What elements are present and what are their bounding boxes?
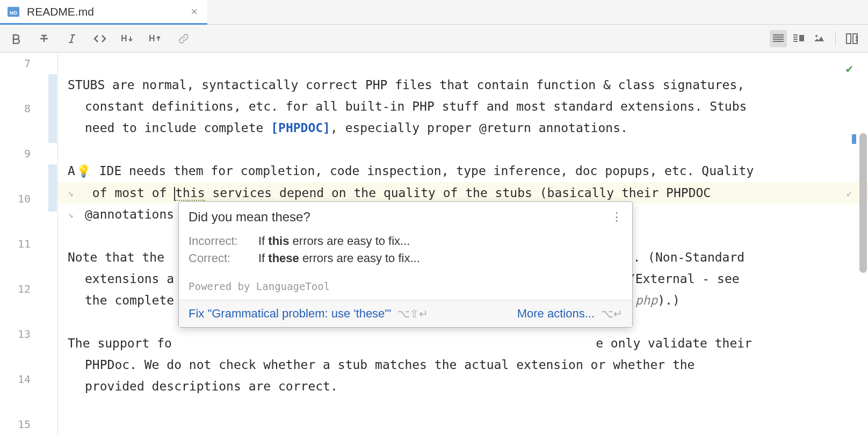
tab-bar: MD README.md ×	[0, 0, 868, 25]
code-line-wrap[interactable]: ↘ of most of this services depend on the…	[58, 182, 868, 204]
correct-example-row: Correct: If these errors are easy to fix…	[189, 251, 623, 265]
markdown-link[interactable]: [PHPDOC]	[271, 121, 330, 135]
popup-title: Did you mean these?	[189, 209, 611, 225]
code-line-wrap[interactable]: constant definitions, etc. for all built…	[58, 96, 868, 117]
link-button[interactable]	[175, 30, 192, 47]
soft-wrap-icon: ↘	[68, 204, 74, 225]
line-number: 9	[0, 143, 57, 164]
grammar-error-span[interactable]: this	[175, 186, 205, 201]
incorrect-example-row: Incorrect: If this errors are easy to fi…	[189, 234, 623, 248]
more-actions-link[interactable]: More actions...	[517, 307, 595, 321]
grammar-suggestion-popup: Did you mean these? ⋮ Incorrect: If this…	[178, 201, 633, 328]
gutter-change-mark	[48, 74, 57, 143]
code-line[interactable]	[58, 397, 868, 418]
shortcut-hint: ⌥↵	[601, 307, 623, 320]
heading-down-button[interactable]: H	[119, 30, 136, 47]
line-number: 13	[0, 323, 57, 345]
code-line[interactable]: A💡 IDE needs them for completion, code i…	[58, 160, 868, 182]
vertical-scrollbar[interactable]	[858, 53, 868, 434]
line-number: 14	[0, 345, 57, 414]
bold-button[interactable]	[8, 30, 25, 47]
svg-rect-4	[799, 35, 804, 41]
soft-wrap-icon: ↘	[68, 182, 74, 204]
soft-wrap-icon: ↙	[846, 182, 852, 204]
editor-view-button[interactable]	[770, 30, 787, 47]
svg-text:MD: MD	[10, 10, 18, 15]
markdown-file-icon: MD	[8, 6, 19, 18]
popup-more-icon[interactable]: ⋮	[611, 210, 623, 224]
code-line-wrap[interactable]: provided descriptions are correct.	[58, 375, 868, 397]
toolbar-separator	[835, 31, 836, 46]
line-number: 12	[0, 255, 57, 323]
line-number-gutter: 7 8 9 10 11 12 13 14 15	[0, 53, 58, 434]
file-tab[interactable]: MD README.md ×	[0, 0, 207, 25]
strikethrough-button[interactable]	[35, 30, 53, 47]
line-number: 7	[0, 53, 57, 74]
svg-text:H: H	[121, 34, 127, 43]
code-line[interactable]	[58, 139, 868, 160]
markdown-toolbar: H H	[0, 25, 868, 53]
code-line[interactable]: STUBS are normal, syntactically correct …	[58, 74, 868, 96]
code-line-wrap[interactable]: need to include complete [PHPDOC], espec…	[58, 117, 868, 139]
svg-rect-6	[847, 34, 851, 44]
gutter-change-mark	[48, 164, 57, 212]
svg-point-5	[815, 35, 818, 37]
italic-button[interactable]	[63, 30, 81, 47]
code-line-wrap[interactable]: PHPDoc. We do not check whether a stub m…	[58, 354, 868, 375]
code-button[interactable]	[91, 30, 108, 47]
powered-by-label: Powered by LanguageTool	[179, 276, 632, 300]
intention-bulb-icon[interactable]: 💡	[76, 164, 91, 178]
svg-text:H: H	[149, 34, 155, 43]
preview-view-button[interactable]	[811, 30, 828, 47]
correct-label: Correct:	[189, 251, 258, 265]
scrollbar-thumb[interactable]	[859, 133, 867, 273]
split-view-button[interactable]	[790, 30, 807, 47]
fix-action-link[interactable]: Fix "Grammatical problem: use 'these'"	[189, 307, 391, 321]
layout-settings-button[interactable]	[843, 30, 860, 47]
shortcut-hint: ⌥⇧↵	[397, 307, 428, 320]
tab-filename: README.md	[27, 5, 186, 18]
code-line[interactable]	[58, 53, 868, 74]
close-tab-icon[interactable]: ×	[186, 5, 202, 19]
heading-up-button[interactable]: H	[147, 30, 164, 47]
scrollbar-marker	[852, 134, 856, 144]
line-number: 15	[0, 414, 57, 434]
line-number: 11	[0, 233, 57, 255]
incorrect-label: Incorrect:	[189, 234, 258, 248]
code-line[interactable]: The support foxxxxxxxxxxxxxxxxxxxxxxxxxx…	[58, 332, 868, 354]
